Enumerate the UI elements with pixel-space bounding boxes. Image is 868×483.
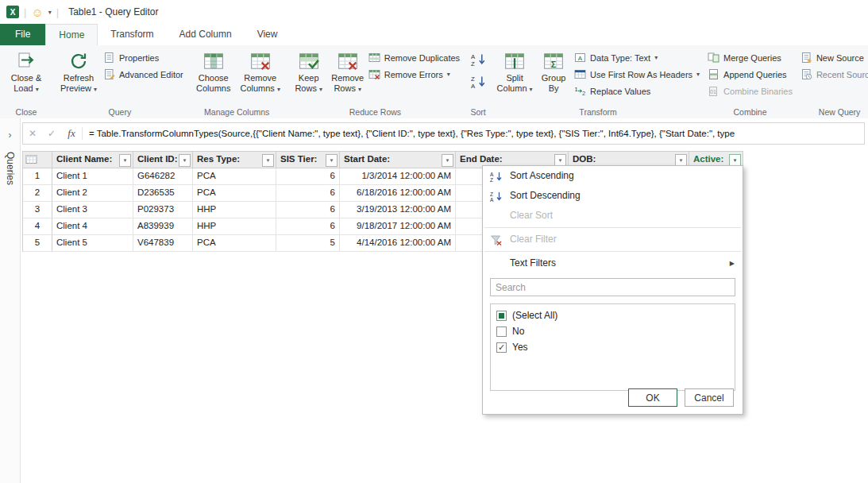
cancel-button[interactable]: Cancel — [685, 388, 734, 407]
remove-columns-button[interactable]: RemoveColumns ▾ — [238, 48, 283, 95]
group-label-sort: Sort — [464, 107, 492, 117]
split-column-button[interactable]: SplitColumn ▾ — [496, 48, 533, 95]
checkbox-indeterminate[interactable] — [496, 311, 507, 321]
filter-menu-item-text-filters[interactable]: Text Filters▶ — [483, 253, 743, 273]
refresh-preview-button[interactable]: RefreshPreview ▾ — [56, 48, 101, 95]
dropdown-caret-icon: ▾ — [447, 71, 450, 78]
ribbon-group-query: RefreshPreview ▾ Properties Advanced Edi… — [52, 45, 187, 118]
group-label-transform: Transform — [492, 107, 704, 117]
append-queries-button[interactable]: Append Queries — [708, 68, 793, 81]
ribbon-group-manage-columns: ChooseColumns RemoveColumns ▾ Manage Col… — [187, 45, 287, 118]
ribbon-group-sort: AZ ZA Sort — [464, 45, 492, 118]
ribbon-group-combine: Merge Queries Append Queries 01 Combine … — [704, 45, 797, 118]
queries-pane-label: Queries — [5, 152, 16, 185]
column-header-sis-tier[interactable]: SIS Tier:▼ — [276, 151, 340, 168]
excel-app-icon: X — [6, 6, 19, 18]
first-row-headers-icon — [574, 68, 586, 80]
filter-option-yes[interactable]: ✓Yes — [491, 339, 735, 355]
cell: 5 — [276, 235, 340, 252]
svg-text:X: X — [10, 8, 16, 17]
remove-rows-button[interactable]: RemoveRows ▾ — [330, 48, 366, 95]
keep-rows-button[interactable]: KeepRows ▾ — [291, 48, 327, 95]
group-by-button[interactable]: Σ GroupBy — [535, 48, 572, 94]
dropdown-caret-icon: ▾ — [654, 54, 658, 61]
cell: 6/18/2016 12:00:00 AM — [340, 185, 456, 202]
tab-add-column[interactable]: Add Column — [167, 24, 245, 45]
filter-dropdown-button[interactable]: ▼ — [442, 154, 453, 167]
row-number-header[interactable] — [23, 151, 52, 168]
divider: | — [56, 6, 59, 18]
ok-button[interactable]: OK — [628, 388, 677, 407]
tab-view[interactable]: View — [245, 24, 291, 45]
filter-dropdown-button[interactable]: ▼ — [262, 154, 274, 167]
group-label-combine: Combine — [704, 107, 797, 117]
choose-columns-button[interactable]: ChooseColumns — [191, 48, 236, 94]
column-header-client-name[interactable]: Client Name:▼ — [52, 151, 133, 168]
filter-dropdown-button[interactable]: ▼ — [179, 154, 191, 167]
svg-text:A: A — [578, 55, 583, 62]
sort-ascending-button[interactable]: AZ — [468, 51, 488, 68]
tab-file[interactable]: File — [0, 24, 45, 45]
filter-menu-item-sort-descending[interactable]: ZASort Descending — [483, 186, 743, 206]
merge-queries-icon — [708, 52, 719, 64]
cell: 9/18/2017 12:00:00 AM — [340, 218, 456, 235]
merge-queries-button[interactable]: Merge Queries — [708, 51, 793, 64]
cell: Client 1 — [52, 168, 133, 185]
sort-descending-button[interactable]: ZA — [468, 73, 488, 91]
combine-binaries-label: Combine Binaries — [723, 87, 793, 96]
menu-item-label: Clear Sort — [510, 210, 553, 221]
tab-home[interactable]: Home — [45, 24, 98, 45]
feedback-smiley-icon[interactable]: ☺ — [31, 6, 43, 18]
cell: Client 2 — [52, 185, 133, 202]
column-header-res-type[interactable]: Res Type:▼ — [193, 151, 276, 168]
filter-menu-item-clear-filter: Clear Filter — [483, 230, 743, 249]
checkbox-checked[interactable]: ✓ — [496, 342, 507, 353]
column-header-start-date[interactable]: Start Date:▼ — [340, 151, 456, 168]
expand-queries-chevron-icon[interactable]: › — [0, 129, 20, 141]
cell: 6 — [276, 218, 340, 235]
menu-separator — [484, 251, 741, 252]
row-number: 1 — [23, 168, 52, 185]
properties-button[interactable]: Properties — [103, 51, 183, 64]
replace-values-button[interactable]: 12 Replace Values — [574, 84, 700, 98]
new-source-button[interactable]: New Source — [800, 51, 868, 64]
filter-search — [490, 278, 735, 296]
use-first-row-as-headers-button[interactable]: Use First Row As Headers ▾ — [574, 68, 700, 81]
filter-option-select-all[interactable]: (Select All) — [491, 307, 735, 323]
search-input[interactable] — [490, 278, 735, 296]
quick-access-caret-icon[interactable]: ▾ — [48, 9, 52, 16]
cell: 6 — [276, 185, 340, 202]
remove-errors-button[interactable]: Remove Errors ▾ — [368, 68, 460, 81]
cell: PCA — [193, 235, 276, 252]
queries-pane-collapsed[interactable]: › Queries — [0, 118, 21, 483]
cell: HHP — [193, 202, 276, 218]
commit-formula-icon[interactable]: ✓ — [42, 128, 61, 139]
group-by-icon: Σ — [543, 49, 564, 73]
filter-dropdown-button[interactable]: ▼ — [326, 154, 338, 167]
row-number: 3 — [23, 202, 52, 218]
filter-option-no[interactable]: No — [491, 323, 735, 339]
cell: V647839 — [133, 235, 193, 252]
svg-text:A: A — [490, 197, 494, 203]
svg-text:Z: Z — [490, 191, 493, 197]
formula-text[interactable]: = Table.TransformColumnTypes(Source,{{"C… — [83, 129, 735, 138]
append-queries-label: Append Queries — [723, 70, 787, 79]
column-label: Client Name: — [56, 154, 112, 164]
checkbox-unchecked[interactable] — [496, 327, 507, 337]
remove-duplicates-button[interactable]: Remove Duplicates — [368, 51, 460, 64]
tab-transform[interactable]: Transform — [98, 24, 166, 45]
data-type-button[interactable]: A Data Type: Text ▾ — [574, 51, 700, 64]
advanced-editor-button[interactable]: Advanced Editor — [103, 68, 183, 81]
cancel-formula-icon[interactable]: ✕ — [23, 128, 42, 139]
recent-sources-button[interactable]: Recent Sources — [800, 68, 868, 81]
split-column-label: SplitColumn ▾ — [497, 73, 533, 95]
filter-menu-item-sort-ascending[interactable]: AZSort Ascending — [483, 166, 743, 186]
column-header-client-id[interactable]: Client ID:▼ — [133, 151, 193, 168]
data-type-label: Data Type: Text — [590, 53, 650, 63]
filter-menu-item-clear-sort: Clear Sort — [483, 206, 743, 226]
choose-columns-label: ChooseColumns — [196, 73, 230, 94]
sort-descending-icon: ZA — [471, 75, 485, 89]
filter-dropdown-button[interactable]: ▼ — [119, 154, 131, 167]
sort-desc-icon: ZA — [490, 190, 502, 202]
close-and-load-button[interactable]: Close &Load ▾ — [4, 48, 48, 95]
